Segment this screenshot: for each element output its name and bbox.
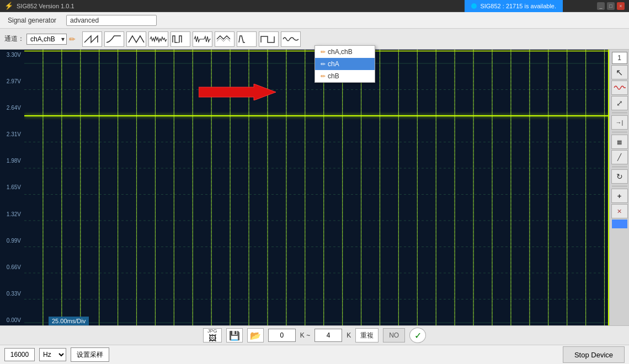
y-label-3: 2.31V: [1, 131, 23, 137]
dropdown-label-cha: chA: [328, 60, 339, 68]
waveform-toolbar: 通道： chA,chB chA chB ✏: [0, 29, 629, 50]
noise-wave-icon: [150, 34, 167, 45]
minimize-button[interactable]: _: [597, 2, 605, 10]
k-label: K: [347, 331, 351, 339]
stop-device-btn[interactable]: Stop Device: [563, 346, 625, 363]
x-btn[interactable]: ✕: [611, 204, 628, 218]
arrow: [199, 84, 276, 102]
pulse-wave-icon: [172, 34, 189, 45]
main-area: 3.30V 2.97V 2.64V 2.31V 1.98V 1.65V 1.32…: [0, 50, 629, 325]
y-label-5: 1.65V: [1, 184, 23, 190]
count-end-input[interactable]: [314, 329, 342, 342]
separator-3: [612, 167, 627, 167]
dropdown-label-both: chA,chB: [328, 48, 353, 56]
channel-label: 通道：: [4, 34, 24, 44]
bottom-toolbar: JPG 🖼 💾 📂 K ~ K 重複 NO ✓: [0, 325, 629, 345]
no-btn[interactable]: NO: [383, 328, 405, 342]
count-start-input[interactable]: [268, 329, 296, 342]
waveform-burst-btn[interactable]: [193, 31, 212, 47]
ok-btn[interactable]: ✓: [409, 328, 426, 343]
dropdown-item-chb[interactable]: ✏ chB: [315, 70, 375, 82]
y-label-6: 1.32V: [1, 211, 23, 217]
sine-wave-icon: [238, 34, 255, 45]
waveform-sine-btn[interactable]: [237, 31, 257, 47]
titlebar: ⚡ SIG852 Version 1.0.1 _ □ × SIG852 : 21…: [0, 0, 629, 12]
grid-area: 25.00ms/Div: [24, 50, 609, 325]
y-label-0: 3.30V: [1, 52, 23, 58]
measure-btn[interactable]: ▦: [611, 135, 628, 149]
titlebar-left: ⚡ SIG852 Version 1.0.1: [4, 2, 74, 10]
waveform-noise-btn[interactable]: [148, 31, 168, 47]
maximize-button[interactable]: □: [607, 2, 615, 10]
waveform-ramp-btn[interactable]: [82, 31, 102, 47]
sinc-wave-icon: [282, 34, 300, 45]
waveform-triangle-btn[interactable]: [126, 31, 146, 47]
freq-input[interactable]: [4, 348, 35, 361]
blue-indicator: [612, 220, 627, 228]
exp-wave-icon: [105, 34, 123, 45]
time-label: 25.00ms/Div: [49, 317, 89, 325]
scope-display: 3.30V 2.97V 2.64V 2.31V 1.98V 1.65V 1.32…: [0, 50, 609, 325]
grid-svg: [24, 50, 609, 325]
menu-signal-generator[interactable]: Signal generator: [4, 15, 60, 25]
refresh-btn[interactable]: ↻: [611, 169, 628, 184]
arrow-svg: [199, 84, 276, 100]
save-btn[interactable]: 💾: [226, 328, 243, 342]
titlebar-controls[interactable]: _ □ ×: [597, 2, 625, 10]
burst-wave-icon: [194, 34, 211, 45]
status-text: SIG852 : 21715 is available.: [480, 3, 556, 9]
dropdown-item-cha[interactable]: ✏ chA: [315, 58, 375, 70]
zoom-in-h-btn[interactable]: →|: [611, 115, 628, 130]
bottom-status: Hz KHz 设置采样 Stop Device: [0, 345, 629, 364]
y-axis: 3.30V 2.97V 2.64V 2.31V 1.98V 1.65V 1.32…: [0, 50, 24, 325]
separator-4: [612, 186, 627, 186]
y-label-7: 0.99V: [1, 238, 23, 244]
setup-btn[interactable]: 设置采样: [71, 347, 109, 362]
waveform-pulse-btn[interactable]: [170, 31, 190, 47]
y-label-9: 0.33V: [1, 291, 23, 297]
app-icon: ⚡: [4, 2, 13, 10]
triangle-wave-icon: [127, 34, 145, 45]
channel-select-wrapper[interactable]: chA,chB chA chB: [26, 34, 67, 45]
dropdown-label-chb: chB: [328, 72, 339, 80]
dropdown-pencil-both: ✏: [321, 49, 326, 56]
status-bar: SIG852 : 21715 is available.: [465, 0, 563, 12]
advanced-input[interactable]: [66, 15, 157, 26]
separator-1: [612, 113, 627, 113]
wave-btn[interactable]: [611, 81, 628, 95]
plus-btn[interactable]: +: [611, 189, 628, 203]
channel-dropdown-menu: ✏ chA,chB ✏ chA ✏ chB: [314, 45, 375, 83]
y-label-8: 0.66V: [1, 264, 23, 270]
y-label-4: 1.98V: [1, 158, 23, 164]
app-title: SIG852 Version 1.0.1: [17, 3, 74, 9]
y-label-2: 2.64V: [1, 105, 23, 111]
cursor-btn[interactable]: ↖: [611, 65, 628, 79]
waveform-multi-btn[interactable]: [215, 31, 234, 47]
y-label-1: 2.97V: [1, 78, 23, 84]
jpg-btn[interactable]: JPG 🖼: [203, 328, 222, 342]
pencil-icon: ✏: [69, 35, 76, 44]
expand-btn[interactable]: ⤢: [611, 96, 628, 110]
status-dot: [471, 3, 477, 9]
dropdown-pencil-chb: ✏: [321, 73, 326, 80]
waveform-exp-btn[interactable]: [104, 31, 124, 47]
k-tilde-label: K ~: [300, 331, 310, 339]
square-wave-icon: [260, 34, 278, 45]
svg-marker-77: [199, 84, 276, 100]
open-btn[interactable]: 📂: [247, 328, 264, 342]
diag-btn[interactable]: ╱: [611, 150, 628, 164]
right-toolbar: 1 ↖ ⤢ →| ▦ ╱ ↻ + ✕: [609, 50, 629, 325]
dropdown-item-both[interactable]: ✏ chA,chB: [315, 46, 375, 58]
freq-select[interactable]: Hz KHz: [39, 348, 66, 361]
channel-dropdown[interactable]: chA,chB chA chB: [26, 34, 67, 45]
separator-2: [612, 132, 627, 132]
ramp-wave-icon: [83, 34, 101, 45]
menubar: Signal generator: [0, 12, 629, 29]
waveform-sinc-btn[interactable]: [281, 31, 301, 47]
close-button[interactable]: ×: [617, 2, 625, 10]
waveform-square-btn[interactable]: [259, 31, 279, 47]
repeat-btn[interactable]: 重複: [355, 328, 379, 342]
multi-wave-icon: [216, 34, 233, 45]
dropdown-pencil-cha: ✏: [321, 61, 326, 68]
y-label-10: 0.00V: [1, 317, 23, 323]
